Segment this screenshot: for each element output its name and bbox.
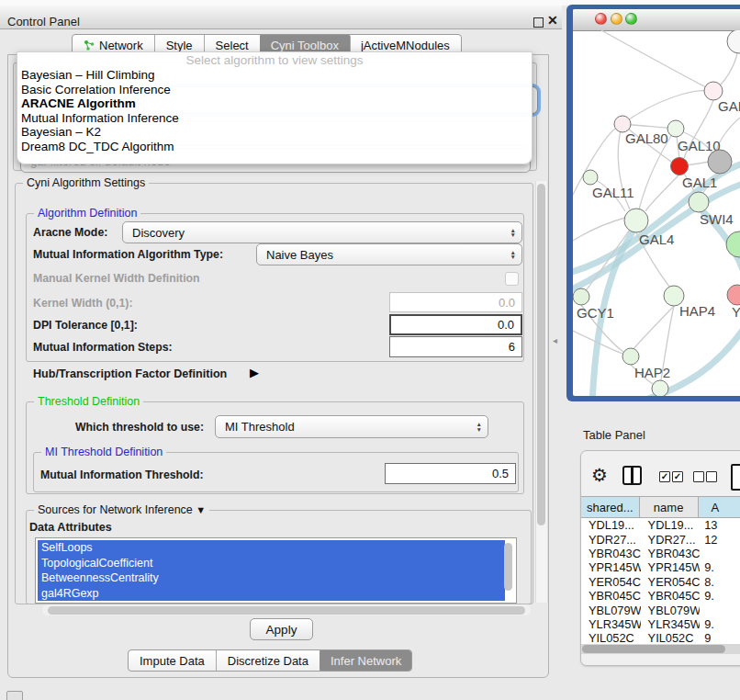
manual-kernel-checkbox[interactable] <box>505 272 519 286</box>
table-row[interactable]: YLR345WYLR345W9. <box>581 617 740 631</box>
dropdown-item[interactable]: ARACNE Algorithm <box>17 96 532 111</box>
settings-group-title: Cyni Algorithm Settings <box>23 176 149 189</box>
dropdown-prompt: Select algorithm to view settings <box>17 52 532 68</box>
which-threshold-combo[interactable]: MI Threshold ▲▼ <box>215 415 488 438</box>
tab-label: Cyni Toolbox <box>271 39 339 52</box>
kernel-width-field[interactable]: 0.0 <box>389 292 522 312</box>
mi-threshold-value: 0.5 <box>492 467 509 480</box>
mi-threshold-field[interactable]: 0.5 <box>385 463 516 484</box>
mi-steps-value: 6 <box>509 340 515 354</box>
close-panel-icon[interactable]: ✕ <box>547 13 558 28</box>
checked-checkbox-icon[interactable]: ✓ <box>659 471 670 482</box>
dropdown-item[interactable]: Mutual Information Inference <box>17 111 532 126</box>
tab-impute-data[interactable]: Impute Data <box>129 650 217 671</box>
settings-scrollbar-thumb[interactable] <box>537 184 545 525</box>
settings-scrollbar[interactable] <box>535 181 548 603</box>
table-row[interactable]: YIL052CYIL052C9 <box>581 631 740 645</box>
mac-minimize-icon[interactable] <box>611 13 622 25</box>
table-cell: 13 <box>700 518 740 532</box>
table-hscrollbar[interactable] <box>581 644 740 654</box>
mi-threshold-group-title: MI Threshold Definition <box>41 446 166 458</box>
network-node-hap2[interactable] <box>622 348 639 365</box>
collapse-down-icon[interactable]: ▼ <box>196 504 206 515</box>
algorithm-definition-title: Algorithm Definition <box>34 207 140 220</box>
mac-close-icon[interactable] <box>595 13 607 25</box>
table-row[interactable]: YPR145WYPR145W9. <box>581 560 740 574</box>
network-edge <box>633 306 674 349</box>
table-row[interactable]: YDL19...YDL19...13 <box>581 518 740 532</box>
list-item[interactable]: gal4RGexp <box>38 586 505 602</box>
column-header-name[interactable]: name <box>640 497 699 517</box>
network-node-gal[interactable] <box>704 82 723 100</box>
unchecked-checkbox-icon[interactable] <box>706 471 717 482</box>
data-attributes-list[interactable]: SelfLoopsTopologicalCoefficientBetweenne… <box>35 537 517 604</box>
checked-checkbox-icon[interactable]: ✓ <box>672 471 683 482</box>
table-row[interactable]: YBR045CYBR045C9. <box>581 589 740 603</box>
list-item[interactable]: TopologicalCoefficient <box>38 556 505 571</box>
attr-hscrollbar[interactable] <box>42 604 531 615</box>
mi-steps-field[interactable]: 6 <box>389 336 522 357</box>
network-canvas[interactable]: GALGAL80GAL10GAL1GAL11SWI4GAL4GCY1HAP4YH… <box>573 30 740 396</box>
document-icon[interactable] <box>731 464 740 491</box>
network-node[interactable] <box>708 150 732 174</box>
table-panel-title: Table Panel <box>583 428 645 442</box>
dpi-tolerance-field[interactable]: 0.0 <box>389 314 522 335</box>
unchecked-checkbox-icon[interactable] <box>693 471 704 482</box>
table-hscrollbar-thumb[interactable] <box>582 645 725 653</box>
float-panel-icon[interactable] <box>533 17 544 28</box>
gear-icon[interactable]: ⚙ <box>591 464 608 486</box>
network-node-y[interactable] <box>727 285 740 305</box>
aracne-mode-combo[interactable]: Discovery ▲▼ <box>122 221 522 243</box>
dropdown-item[interactable]: Basic Correlation Inference <box>17 83 532 97</box>
table-cell: YPR145W <box>581 560 641 574</box>
network-node-gal10[interactable] <box>667 120 684 137</box>
tab-label: Style <box>166 39 193 52</box>
table-cell: YDL19... <box>581 518 641 532</box>
mac-zoom-icon[interactable] <box>625 13 637 25</box>
table-cell: YLR345W <box>641 617 701 631</box>
dpi-tolerance-value: 0.0 <box>498 318 514 332</box>
hub-definition-label[interactable]: Hub/Transcription Factor Definition <box>33 367 227 380</box>
table-row[interactable]: YER054CYER054C8. <box>581 575 740 589</box>
apply-button[interactable]: Apply <box>250 618 313 640</box>
column-header-partial[interactable]: A <box>699 497 740 517</box>
network-node-gal4[interactable] <box>624 209 648 232</box>
column-header-shared-name[interactable]: shared... <box>581 497 640 517</box>
network-node-gal1[interactable] <box>671 158 689 175</box>
tab-discretize-data[interactable]: Discretize Data <box>217 650 320 671</box>
sources-group-title[interactable]: Sources for Network Inference ▼ <box>34 503 209 516</box>
node-label: GAL4 <box>639 231 674 247</box>
attr-hscrollbar-thumb[interactable] <box>48 606 525 615</box>
list-item[interactable]: BetweennessCentrality <box>38 570 505 586</box>
tab-infer-network[interactable]: Infer Network <box>320 649 412 672</box>
network-window-titlebar[interactable] <box>573 9 740 31</box>
list-item[interactable]: SelfLoops <box>38 540 505 556</box>
network-node-swi4[interactable] <box>689 192 709 212</box>
table-row[interactable]: YDR27...YDR27...12 <box>581 532 740 546</box>
which-threshold-value: MI Threshold <box>225 420 295 434</box>
dropdown-item[interactable]: Bayesian – K2 <box>17 125 532 140</box>
mi-type-combo[interactable]: Naive Bayes ▲▼ <box>256 243 522 265</box>
panel-toggle-icon[interactable] <box>6 691 23 700</box>
table-row[interactable]: YBR043CYBR043C <box>581 547 740 560</box>
node-label: GAL <box>718 98 740 114</box>
attr-list-scrollbar-thumb[interactable] <box>504 543 512 591</box>
stepper-icon: ▲▼ <box>510 222 516 243</box>
aracne-mode-label: Aracne Mode: <box>33 226 107 239</box>
manual-kernel-label: Manual Kernel Width Definition <box>33 272 200 285</box>
network-node[interactable] <box>727 30 740 53</box>
table-cell: YBR043C <box>581 547 641 560</box>
network-node-gal11[interactable] <box>583 170 598 185</box>
table-row[interactable]: YBL079WYBL079W <box>581 603 740 616</box>
dropdown-item[interactable]: Dream8 DC_TDC Algorithm <box>17 140 532 154</box>
network-node[interactable] <box>652 380 668 396</box>
table-cell: YIL052C <box>581 631 641 645</box>
table-cell: YDR27... <box>581 532 641 546</box>
split-columns-icon[interactable] <box>622 466 642 485</box>
expand-right-icon[interactable]: ▶ <box>250 366 259 379</box>
network-node-gcy1[interactable] <box>573 288 589 305</box>
dropdown-item[interactable]: Bayesian – Hill Climbing <box>17 68 532 83</box>
network-node[interactable] <box>726 231 740 257</box>
splitter-grip-icon[interactable]: ◂ <box>553 335 557 345</box>
table-cell: YBL079W <box>581 603 641 616</box>
